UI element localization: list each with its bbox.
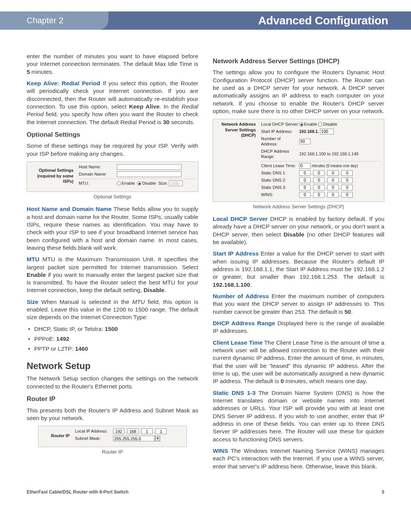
mtu-enable-radio[interactable] <box>117 181 121 185</box>
heading-router-ip: Router IP <box>27 395 198 403</box>
heading-optional-settings: Optional Settings <box>27 131 198 139</box>
body-text: Host Name and Domain Name These fields a… <box>27 205 198 252</box>
list-item: PPPoE: 1492 <box>33 335 198 343</box>
dns3-octet-input[interactable] <box>327 185 339 190</box>
wins-octet-input[interactable] <box>299 192 311 198</box>
ip-prefix: 192.168.1. <box>299 129 319 134</box>
radio-label: Disable <box>323 121 337 127</box>
ip-octet-input[interactable] <box>155 428 167 434</box>
radio-label: Disable <box>142 181 156 186</box>
fig-label: Domain Name: <box>79 171 117 177</box>
fig-label: Static DNS 2: <box>261 177 299 183</box>
fig-section-subtitle: (required by some ISPs) <box>29 173 73 184</box>
mtu-disable-radio[interactable] <box>137 181 141 185</box>
fig-label: Static DNS 3: <box>261 185 299 190</box>
ip-octet-input[interactable] <box>113 428 124 434</box>
body-text: WINS The Windows Internet Naming Service… <box>213 447 384 470</box>
fig-label: Subnet Mask: <box>75 436 113 441</box>
heading-dhcp: Network Address Server Settings (DHCP) <box>213 57 384 66</box>
dns1-octet-input[interactable] <box>327 170 339 176</box>
body-text: Static DNS 1-3 The Domain Name System (D… <box>213 389 384 443</box>
body-text: The settings allow you to configure the … <box>213 69 384 115</box>
list-item: PPTP or L2TP: 1460 <box>33 345 198 353</box>
body-text: Size When Manual is selected in the MTU … <box>27 298 198 321</box>
fig-label: Number ofAddress: <box>261 136 299 147</box>
body-text: Start IP Address Enter a value for the D… <box>213 250 384 289</box>
lease-time-input[interactable] <box>299 163 311 169</box>
fig-section-title: Network Address <box>215 121 256 127</box>
unit-label: minutes (0 means one day) <box>312 163 358 168</box>
chapter-label: Chapter 2 <box>0 11 108 30</box>
page-number: 5 <box>382 489 384 495</box>
dns1-octet-input[interactable] <box>299 170 311 176</box>
dns2-octet-input[interactable] <box>327 177 339 183</box>
host-name-input[interactable] <box>117 164 182 170</box>
dns1-octet-input[interactable] <box>341 170 353 176</box>
body-text: Some of these settings may be required b… <box>27 142 198 158</box>
body-text: Local DHCP Server DHCP is enabled by fac… <box>213 215 384 246</box>
left-column: enter the number of minutes you want to … <box>27 53 198 474</box>
radio-label: Enable <box>122 181 135 186</box>
subnet-mask-select[interactable] <box>113 436 155 441</box>
figure-optional-settings: Optional Settings (required by some ISPs… <box>27 161 198 192</box>
fig-label: Static DNS 1: <box>261 170 299 176</box>
fig-label: Client Lease Time: <box>261 163 299 169</box>
dhcp-disable-radio[interactable] <box>318 122 322 126</box>
body-text: MTU MTU is the Maximum Transmission Unit… <box>27 256 198 294</box>
fig-label: Host Name: <box>79 164 117 170</box>
dns2-octet-input[interactable] <box>299 177 311 183</box>
dns3-octet-input[interactable] <box>341 185 353 190</box>
body-text: This presents both the Router's IP Addre… <box>27 407 198 422</box>
chevron-down-icon[interactable]: ▾ <box>155 436 160 441</box>
dns3-octet-input[interactable] <box>313 185 325 190</box>
mtu-size-input[interactable] <box>169 181 183 186</box>
list-item: DHCP, Static IP, or Telstra: 1500 <box>33 325 198 333</box>
right-column: Network Address Server Settings (DHCP) T… <box>213 53 384 474</box>
dhcp-enable-radio[interactable] <box>299 122 303 126</box>
page-title: Advanced Configuration <box>258 11 400 30</box>
page-header: Chapter 2 Advanced Configuration <box>27 11 384 30</box>
fig-section-subtitle: Server Settings (DHCP) <box>215 127 256 138</box>
fig-label: WINS: <box>261 192 299 198</box>
figure-dhcp: Network Address Server Settings (DHCP) L… <box>213 119 384 202</box>
fig-section-title: Router IP <box>41 433 75 439</box>
dns3-octet-input[interactable] <box>299 185 311 190</box>
figure-router-ip: Router IP Local IP Address: . . . Subnet… <box>38 426 187 447</box>
fig-label: Size: <box>158 181 167 186</box>
fig-label: MTU: <box>79 181 117 186</box>
figure-caption: Optional Settings <box>27 193 198 200</box>
body-text: Number of Address Enter the maximum numb… <box>213 292 384 316</box>
body-text: Client Lease Time The Client Lease Time … <box>213 339 384 385</box>
fig-label: Start IP Address: <box>261 129 299 134</box>
radio-label: Enable <box>304 121 317 127</box>
heading-network-setup: Network Setup <box>27 360 198 372</box>
fig-label: Local DHCP Server: <box>261 121 299 127</box>
wins-octet-input[interactable] <box>313 192 325 198</box>
body-text: Keep Alive: Redial Period If you select … <box>27 80 198 126</box>
figure-caption: Network Address Server Settings (DHCP) <box>213 203 384 210</box>
body-text: enter the number of minutes you want to … <box>27 53 198 76</box>
num-address-input[interactable] <box>299 139 311 144</box>
product-name: EtherFast Cable/DSL Router with 8-Port S… <box>27 489 129 495</box>
figure-caption: Router IP <box>27 449 198 455</box>
fig-label: Local IP Address: <box>75 428 113 434</box>
page-footer: EtherFast Cable/DSL Router with 8-Port S… <box>27 489 384 495</box>
dns2-octet-input[interactable] <box>313 177 325 183</box>
body-text: The Network Setup section changes the se… <box>27 375 198 390</box>
start-ip-input[interactable] <box>320 129 334 134</box>
ip-octet-input[interactable] <box>141 428 153 434</box>
domain-name-input[interactable] <box>117 171 182 177</box>
wins-octet-input[interactable] <box>327 192 339 198</box>
fig-label: DHCP AddressRange: <box>261 149 299 160</box>
range-value: 192.168.1.100 to 192.168.1.149 <box>299 151 358 157</box>
body-text: DHCP Address Range Displayed here is the… <box>213 320 384 335</box>
wins-octet-input[interactable] <box>341 192 353 198</box>
dns2-octet-input[interactable] <box>341 177 353 183</box>
fig-section-title: Optional Settings <box>29 168 73 173</box>
size-list: DHCP, Static IP, or Telstra: 1500 PPPoE:… <box>27 325 198 353</box>
ip-octet-input[interactable] <box>127 428 139 434</box>
dns1-octet-input[interactable] <box>313 170 325 176</box>
